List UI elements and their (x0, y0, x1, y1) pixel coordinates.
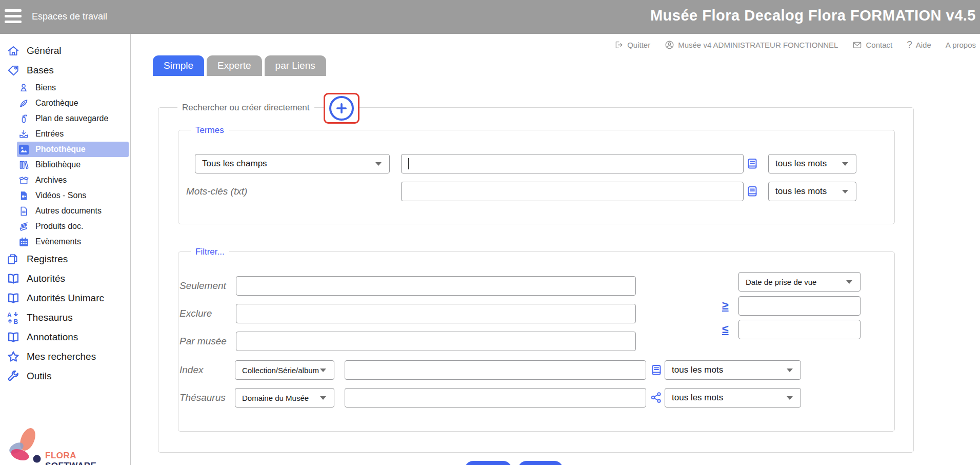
top-bar: Espaces de travail Musée Flora Decalog F… (0, 0, 980, 34)
calendar-icon (18, 237, 29, 247)
sidebar-item-registres[interactable]: Registres (0, 249, 130, 269)
index-value-input[interactable] (345, 360, 646, 380)
thesaurus-label: Thésaurus (179, 392, 226, 403)
sidebar-item-evenements[interactable]: Evènements (0, 234, 130, 249)
sidebar-item-phototheque[interactable]: Photothèque (17, 142, 129, 157)
stacked-papers-icon (18, 221, 29, 232)
sidebar-item-bibliotheque[interactable]: Bibliothèque (0, 157, 130, 172)
seulement-label: Seulement (179, 280, 226, 292)
text-cursor (408, 158, 409, 169)
aide-link[interactable]: ? Aide (907, 39, 931, 50)
seulement-input[interactable] (236, 276, 636, 296)
sidebar-item-bases[interactable]: Bases (0, 61, 130, 80)
search-mode-tabs: Simple Experte par Liens (153, 55, 326, 76)
index-match-select[interactable]: tous les mots (665, 360, 801, 380)
bottom-action-button-2[interactable] (518, 461, 563, 465)
less-equal-icon: ≤ (722, 322, 729, 336)
sidebar-item-outils[interactable]: Outils (0, 366, 130, 386)
app-window: Espaces de travail Musée Flora Decalog F… (0, 0, 980, 465)
annotation-highlight-box (324, 93, 359, 124)
sidebar-item-annotations[interactable]: Annotations (0, 327, 130, 347)
exclure-label: Exclure (179, 308, 212, 319)
sidebar-item-general[interactable]: Général (0, 41, 130, 61)
search-term-input[interactable] (401, 154, 744, 173)
sidebar-item-autorites[interactable]: Autorités (0, 269, 130, 288)
open-book-icon (7, 272, 20, 285)
thesaurus-select[interactable]: Domaine du Musée (235, 388, 334, 408)
workspace-label[interactable]: Espaces de travail (32, 11, 107, 22)
search-create-legend: Rechercher ou créer directement (177, 103, 314, 113)
sidebar-item-archives[interactable]: Archives (0, 172, 130, 188)
quitter-link[interactable]: Quitter (614, 40, 650, 50)
document-icon (18, 206, 29, 217)
date-from-input[interactable] (738, 296, 861, 316)
bottom-action-button-1[interactable] (465, 461, 512, 465)
field-scope-select[interactable]: Tous les champs (195, 154, 390, 173)
index-lookup-book-icon[interactable] (746, 158, 758, 170)
wrench-icon (7, 370, 20, 383)
inbox-download-icon (18, 129, 29, 140)
hamburger-menu-icon[interactable] (5, 9, 22, 25)
thesaurus-links-icon[interactable] (650, 392, 663, 404)
library-books-icon (18, 160, 29, 170)
par-musee-label: Par musée (179, 336, 227, 347)
sidebar-item-biens[interactable]: Biens (0, 80, 130, 95)
sidebar-item-mes-recherches[interactable]: Mes recherches (0, 347, 130, 366)
index-lookup-book-icon[interactable] (746, 185, 758, 198)
envelope-icon (852, 40, 862, 50)
greater-equal-icon: ≥ (722, 299, 729, 313)
keywords-input[interactable] (401, 182, 744, 201)
utility-bar: Quitter Musée v4 ADMINISTRATEUR FONCTION… (614, 39, 976, 50)
termes-fieldset (178, 130, 895, 224)
keywords-label: Mots-clés (txt) (186, 186, 247, 197)
question-mark-icon: ? (907, 39, 912, 50)
sort-alpha-icon: AB (7, 311, 20, 324)
index-lookup-book-icon[interactable] (650, 364, 663, 376)
par-musee-input[interactable] (236, 332, 636, 351)
tab-par-liens[interactable]: par Liens (265, 55, 326, 76)
plus-icon (335, 102, 348, 115)
copies-icon (7, 253, 20, 266)
logout-icon (614, 40, 624, 50)
thesaurus-match-select[interactable]: tous les mots (665, 388, 801, 408)
star-icon (7, 350, 20, 363)
tag-icon (7, 64, 20, 77)
sidebar-item-thesaurus[interactable]: AB Thesaurus (0, 308, 130, 327)
match-mode-select-1[interactable]: tous les mots (768, 154, 856, 173)
svg-text:A: A (7, 312, 12, 319)
index-select[interactable]: Collection/Série/album (235, 360, 334, 380)
logo-wordmark: FLORA SOFTWARE (45, 451, 128, 465)
sidebar-item-videos-sons[interactable]: Vidéos - Sons (0, 188, 130, 203)
sidebar-item-autorites-unimarc[interactable]: Autorités Unimarc (0, 288, 130, 308)
bust-icon (18, 83, 29, 93)
extinguisher-icon (18, 113, 29, 124)
open-book-icon (7, 331, 20, 344)
date-to-input[interactable] (738, 320, 861, 339)
apropos-link[interactable]: A propos (946, 41, 976, 49)
filtrer-legend: Filtrer... (191, 247, 229, 257)
tab-experte[interactable]: Experte (207, 55, 262, 76)
svg-text:B: B (14, 318, 18, 324)
create-record-button[interactable] (329, 96, 354, 121)
sidebar-item-entrees[interactable]: Entrées (0, 126, 130, 142)
video-file-icon (18, 190, 29, 201)
date-field-select[interactable]: Date de prise de vue (738, 272, 861, 292)
user-account[interactable]: Musée v4 ADMINISTRATEUR FONCTIONNEL (665, 40, 838, 50)
sidebar-item-carotheque[interactable]: Carothèque (0, 95, 130, 111)
open-box-icon (18, 175, 29, 186)
thesaurus-value-input[interactable] (345, 388, 646, 408)
tab-simple[interactable]: Simple (153, 55, 204, 76)
sidebar-item-plan-de-sauvegarde[interactable]: Plan de sauvegarde (0, 111, 130, 126)
flora-software-logo: FLORA SOFTWARE Bibliothèques | Archives … (4, 425, 128, 465)
contact-link[interactable]: Contact (852, 40, 892, 50)
sidebar: Général Bases Biens Carothèque Plan de s… (0, 34, 131, 465)
exclure-input[interactable] (236, 304, 636, 323)
flora-flower-icon (4, 425, 44, 465)
home-icon (7, 44, 20, 57)
index-label: Index (179, 364, 203, 376)
feather-icon (18, 98, 29, 109)
match-mode-select-2[interactable]: tous les mots (768, 182, 856, 201)
termes-legend: Termes (191, 125, 229, 135)
sidebar-item-produits-doc[interactable]: Produits doc. (0, 219, 130, 234)
sidebar-item-autres-documents[interactable]: Autres documents (0, 203, 130, 219)
